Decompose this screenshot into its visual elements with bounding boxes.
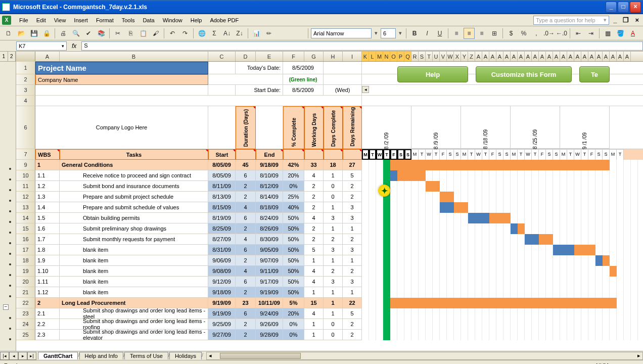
sheet-tab-holidays[interactable]: Holidays bbox=[169, 352, 202, 359]
cell[interactable]: 50% bbox=[283, 255, 304, 266]
cell[interactable]: 2 bbox=[236, 287, 256, 298]
gantt-row[interactable] bbox=[362, 202, 643, 213]
row-header-7[interactable]: 7 bbox=[16, 149, 35, 160]
cell[interactable]: 9/27/09 bbox=[208, 330, 236, 340]
gantt-row[interactable] bbox=[362, 319, 643, 330]
cell[interactable]: 1 bbox=[343, 255, 362, 266]
row-header-25[interactable]: 25 bbox=[16, 330, 35, 340]
gantt-day-header[interactable]: T bbox=[433, 149, 440, 160]
gantt-day-header[interactable]: F bbox=[390, 149, 397, 160]
cell[interactable]: 9/17/09 bbox=[256, 277, 283, 287]
cell[interactable] bbox=[208, 62, 236, 74]
menu-edit[interactable]: Edit bbox=[32, 16, 50, 24]
row-header-4[interactable]: 4 bbox=[16, 96, 35, 106]
cell[interactable]: 2 bbox=[304, 234, 324, 245]
italic-icon[interactable]: I bbox=[422, 28, 433, 39]
font-color-icon[interactable]: A bbox=[627, 28, 638, 39]
column-header-row[interactable]: ABCDEFGHI KLMNOPQRSTUVWXYZAAAAAAAAAAAAAA… bbox=[16, 52, 643, 62]
cell[interactable]: 9/26/09 bbox=[256, 319, 283, 330]
cell[interactable]: 2 bbox=[236, 223, 256, 234]
col-header-gantt-4[interactable]: O bbox=[390, 52, 397, 61]
menu-view[interactable]: View bbox=[50, 16, 70, 24]
row-header-17[interactable]: 17 bbox=[16, 245, 35, 255]
cell[interactable]: 2 bbox=[236, 330, 256, 340]
cell[interactable]: 5 bbox=[343, 308, 362, 319]
cell[interactable]: 8/14/09 bbox=[256, 192, 283, 202]
col-header-gantt-21[interactable]: A bbox=[511, 52, 518, 61]
cell[interactable]: 2 bbox=[236, 319, 256, 330]
cell[interactable]: 6 bbox=[236, 213, 256, 223]
row-header-21[interactable]: 21 bbox=[16, 287, 35, 298]
row-header-19[interactable]: 19 bbox=[16, 266, 35, 277]
col-header-gantt-29[interactable]: A bbox=[567, 52, 574, 61]
row-header-3[interactable]: 3 bbox=[16, 85, 35, 96]
menu-file[interactable]: File bbox=[15, 16, 32, 24]
cell[interactable]: 6 bbox=[236, 170, 256, 181]
gantt-day-header[interactable]: T bbox=[567, 149, 574, 160]
col-header-gantt-26[interactable]: A bbox=[546, 52, 553, 61]
col-header-gantt-5[interactable]: P bbox=[397, 52, 404, 61]
cell[interactable]: 2 bbox=[304, 181, 324, 192]
cell[interactable]: 1 bbox=[324, 308, 343, 319]
cell[interactable]: 3 bbox=[324, 277, 343, 287]
sort-asc-icon[interactable]: A↓ bbox=[221, 28, 233, 39]
new-icon[interactable]: 🗋 bbox=[3, 28, 14, 39]
cell[interactable]: 0% bbox=[283, 330, 304, 340]
cell[interactable]: 1 bbox=[343, 287, 362, 298]
dec-decimal-icon[interactable]: ←.0 bbox=[556, 28, 567, 39]
col-header-F[interactable]: F bbox=[283, 52, 304, 61]
cell[interactable]: 50% bbox=[283, 245, 304, 255]
gantt-row[interactable] bbox=[362, 223, 643, 234]
cell[interactable]: 2 bbox=[236, 192, 256, 202]
cell[interactable]: 6 bbox=[236, 245, 256, 255]
cell[interactable]: 4 bbox=[236, 202, 256, 213]
maximize-button[interactable]: □ bbox=[618, 2, 629, 13]
cell[interactable]: 1 bbox=[304, 287, 324, 298]
gantt-day-header[interactable]: M bbox=[511, 149, 518, 160]
cell[interactable]: 9/05/09 bbox=[256, 245, 283, 255]
cell[interactable]: 27 bbox=[343, 160, 362, 170]
gantt-day-header[interactable]: S bbox=[595, 149, 603, 160]
project-name-cell[interactable]: Project Name bbox=[35, 62, 208, 74]
cell[interactable]: 0% bbox=[283, 181, 304, 192]
cell[interactable]: 6 bbox=[236, 308, 256, 319]
gantt-row[interactable] bbox=[362, 245, 643, 255]
gantt-day-header[interactable]: F bbox=[440, 149, 447, 160]
cell[interactable]: 1 bbox=[324, 223, 343, 234]
align-right-icon[interactable]: ≡ bbox=[476, 28, 487, 39]
gantt-row[interactable] bbox=[362, 192, 643, 202]
gantt-day-header[interactable]: T bbox=[617, 149, 624, 160]
gantt-day-header[interactable]: S bbox=[546, 149, 553, 160]
minimize-button[interactable]: _ bbox=[606, 2, 617, 13]
task-cell[interactable]: Submit bond and insurance documents bbox=[60, 181, 208, 192]
cell[interactable]: 3 bbox=[343, 202, 362, 213]
percent-icon[interactable]: % bbox=[518, 28, 529, 39]
row-header-18[interactable]: 18 bbox=[16, 255, 35, 266]
formula-bar[interactable]: S bbox=[81, 41, 643, 51]
cell[interactable]: 5 bbox=[304, 245, 324, 255]
cell[interactable]: 50% bbox=[283, 223, 304, 234]
gantt-day-header[interactable]: S bbox=[454, 149, 461, 160]
wbs-cell[interactable]: 1 bbox=[35, 160, 60, 170]
menu-help[interactable]: Help bbox=[187, 16, 206, 24]
cell[interactable]: 3 bbox=[343, 245, 362, 255]
wbs-cell[interactable]: 1.5 bbox=[35, 213, 60, 223]
wbs-cell[interactable]: 1.1 bbox=[35, 170, 60, 181]
task-cell[interactable]: blank item bbox=[60, 277, 208, 287]
customize-form-button[interactable]: Customize this Form bbox=[476, 66, 572, 82]
tab-prev-icon[interactable]: ◂ bbox=[9, 352, 18, 360]
redo-icon[interactable]: ↷ bbox=[179, 28, 191, 39]
cell[interactable]: 9/06/09 bbox=[208, 255, 236, 266]
align-left-icon[interactable]: ≡ bbox=[451, 28, 462, 39]
font-dropdown-icon[interactable]: ▾ bbox=[373, 30, 379, 36]
gantt-row[interactable] bbox=[362, 298, 643, 308]
cell[interactable]: 40% bbox=[283, 202, 304, 213]
gantt-day-header[interactable]: W bbox=[426, 149, 433, 160]
cell[interactable]: 8/24/09 bbox=[256, 213, 283, 223]
cell[interactable]: 8/05/09 bbox=[208, 160, 236, 170]
cell[interactable] bbox=[324, 74, 362, 85]
gantt-day-header[interactable]: T bbox=[518, 149, 525, 160]
cell[interactable]: 9/11/09 bbox=[256, 266, 283, 277]
col-header-gantt-6[interactable]: Q bbox=[404, 52, 411, 61]
sheet-tab-terms-of-use[interactable]: Terms of Use bbox=[124, 352, 168, 359]
